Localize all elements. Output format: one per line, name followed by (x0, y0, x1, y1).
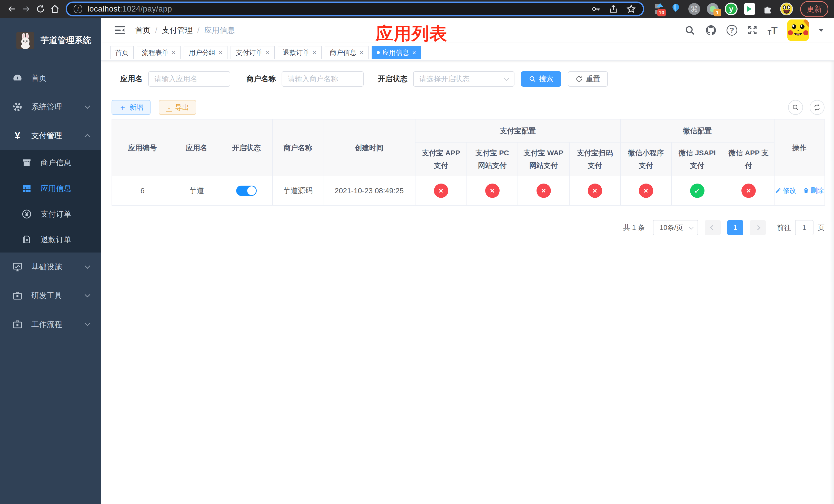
sidebar-item-app-info[interactable]: 应用信息 (0, 176, 101, 201)
app-name-input[interactable] (154, 75, 224, 83)
browser-back-icon[interactable] (5, 2, 19, 16)
merchant-name-label: 商户名称 (246, 74, 276, 84)
search-button[interactable]: 搜索 (521, 71, 561, 87)
document-icon (21, 235, 33, 245)
sidebar-item-merchant-info[interactable]: 商户信息 (0, 150, 101, 176)
chevron-down-icon (85, 292, 90, 298)
chevron-down-icon (85, 263, 90, 269)
merchant-name-input[interactable] (288, 75, 357, 83)
export-button[interactable]: ↓ 导出 (159, 100, 196, 115)
browser-forward-icon[interactable] (19, 2, 33, 16)
tab-process-form[interactable]: 流程表单× (137, 46, 180, 59)
sidebar-logo-row[interactable]: 芋道管理系统 (0, 18, 101, 63)
status-select-input[interactable] (419, 75, 505, 83)
header-search-icon[interactable] (684, 25, 695, 36)
extension-balloon-icon[interactable] (670, 3, 682, 15)
github-icon[interactable] (705, 24, 717, 36)
tab-merchant-info[interactable]: 商户信息× (325, 46, 369, 59)
extension-emoji-icon[interactable] (780, 3, 793, 15)
extension-puzzle-icon[interactable] (762, 3, 774, 15)
browser-reload-icon[interactable] (33, 2, 48, 16)
close-icon[interactable]: × (219, 49, 222, 56)
current-page[interactable]: 1 (727, 220, 743, 235)
breadcrumb: 首页 / 支付管理 / 应用信息 (135, 25, 235, 36)
user-avatar[interactable] (787, 20, 809, 41)
chevron-down-icon (504, 76, 509, 81)
close-icon[interactable]: × (359, 49, 364, 56)
extension-blocks-icon[interactable]: 10 (651, 3, 664, 15)
reset-button[interactable]: 重置 (568, 71, 608, 87)
sidebar-item-pay-order[interactable]: 支付订单 (0, 201, 101, 227)
chevron-down-icon (688, 225, 694, 230)
app-logo-rabbit-image (16, 32, 34, 49)
sidebar-item-payment[interactable]: ¥ 支付管理 (0, 121, 101, 150)
gear-icon (11, 101, 24, 112)
page-annotation-title: 应用列表 (376, 22, 447, 45)
prev-page-button[interactable] (705, 220, 721, 235)
active-dot (377, 51, 380, 54)
refresh-table-button[interactable] (810, 100, 825, 115)
site-info-icon[interactable]: i (73, 5, 82, 13)
sidebar-item-dev-tools[interactable]: 研发工具 (0, 281, 101, 310)
extension-recorder-icon[interactable]: 1 (706, 3, 719, 15)
close-icon[interactable]: × (412, 49, 416, 56)
merchant-name-input-wrap (282, 71, 364, 87)
password-key-icon[interactable] (591, 4, 601, 14)
trash-icon (803, 187, 809, 193)
browser-update-button[interactable]: 更新 (800, 1, 828, 17)
browser-home-icon[interactable] (48, 2, 62, 16)
payment-submenu: 商户信息 应用信息 支付订单 (0, 150, 101, 253)
edit-link[interactable]: 修改 (775, 186, 796, 195)
navbar-actions: ? TT (684, 20, 824, 41)
extension-doc-icon[interactable] (743, 3, 756, 15)
sidebar-item-infrastructure[interactable]: 基础设施 (0, 253, 101, 281)
table-toolbar: ＋ 新增 ↓ 导出 (112, 100, 825, 115)
breadcrumb-payment[interactable]: 支付管理 (162, 25, 193, 36)
share-icon[interactable] (609, 4, 618, 14)
next-page-button[interactable] (750, 220, 766, 235)
close-icon[interactable]: × (265, 49, 269, 56)
add-button[interactable]: ＋ 新增 (112, 100, 151, 115)
goto-page-input[interactable] (795, 220, 813, 235)
url-bar[interactable]: i localhost:1024/pay/app (66, 2, 644, 17)
breadcrumb-home[interactable]: 首页 (135, 25, 151, 36)
page-size-select[interactable]: 10条/页 (653, 220, 698, 235)
wechat-app-status-icon: × (741, 184, 756, 198)
bookmark-star-icon[interactable] (626, 4, 636, 14)
avatar-caret-icon[interactable] (819, 29, 824, 35)
font-size-icon[interactable]: TT (768, 25, 777, 36)
app-name-label: 应用名 (120, 74, 142, 84)
close-icon[interactable]: × (172, 49, 175, 56)
tab-pay-order[interactable]: 支付订单× (231, 46, 275, 59)
extension-command-icon[interactable]: ⌘ (688, 3, 701, 15)
col-alipay-app: 支付宝 APP 支付 (415, 142, 467, 176)
search-icon (792, 104, 799, 111)
help-icon[interactable]: ? (727, 25, 737, 36)
col-status: 开启状态 (220, 119, 272, 176)
cell-merchant: 芋道源码 (272, 176, 323, 205)
sidebar-collapse-icon[interactable] (114, 25, 126, 36)
url-text: localhost:1024/pay/app (87, 4, 172, 14)
toggle-search-button[interactable] (788, 100, 803, 115)
page-content: 应用名 商户名称 开启状态 搜索 (101, 61, 834, 235)
enabled-toggle[interactable] (236, 186, 257, 196)
col-alipay-wap: 支付宝 WAP 网站支付 (518, 142, 569, 176)
sidebar-item-refund-order[interactable]: 退款订单 (0, 227, 101, 253)
col-actions: 操作 (774, 119, 825, 176)
dashboard-icon (11, 73, 24, 84)
status-select[interactable] (413, 71, 514, 87)
extension-y-icon[interactable]: y (725, 3, 738, 15)
refresh-icon (575, 75, 583, 83)
delete-link[interactable]: 删除 (803, 186, 824, 195)
col-app-name: 应用名 (173, 119, 220, 176)
close-icon[interactable]: × (313, 49, 316, 56)
fullscreen-icon[interactable] (747, 25, 758, 36)
cell-status (220, 176, 272, 205)
sidebar-item-system[interactable]: 系统管理 (0, 93, 101, 121)
sidebar-item-home[interactable]: 首页 (0, 64, 101, 93)
tab-app-info[interactable]: 应用信息× (372, 46, 421, 59)
tab-user-group[interactable]: 用户分组× (184, 46, 227, 59)
tab-refund-order[interactable]: 退款订单× (278, 46, 322, 59)
sidebar-item-workflow[interactable]: 工作流程 (0, 310, 101, 339)
tab-home[interactable]: 首页 (110, 46, 134, 59)
